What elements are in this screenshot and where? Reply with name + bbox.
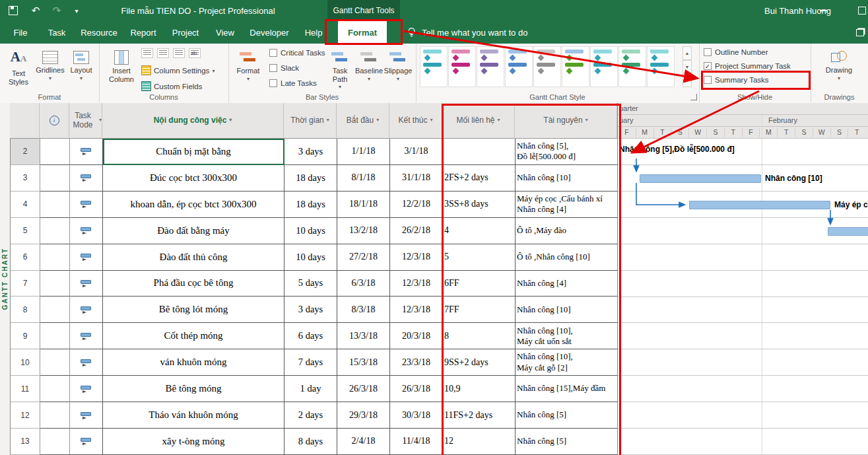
- cell-start[interactable]: 1/1/18: [337, 139, 390, 165]
- cell-name[interactable]: khoan dẫn, ép cọc btct 300x300: [103, 192, 284, 218]
- format-bar-button[interactable]: Format ▾: [232, 46, 264, 96]
- cell-res[interactable]: Nhân công [5]: [516, 429, 618, 455]
- cell-finish[interactable]: 12/3/18: [390, 297, 443, 323]
- cell-finish[interactable]: 26/3/18: [390, 376, 443, 402]
- cell-name[interactable]: xây t-òng móng: [103, 429, 284, 455]
- cell-start[interactable]: 15/3/18: [337, 349, 390, 376]
- document-restore-icon[interactable]: [856, 29, 864, 36]
- cell-pred[interactable]: 11FS+2 days: [443, 402, 516, 429]
- cell-duration[interactable]: 7 days: [284, 349, 337, 376]
- insert-column-button[interactable]: Insert Column: [104, 46, 139, 96]
- cell-info[interactable]: [40, 323, 70, 349]
- cell-res[interactable]: Nhân công [5]: [516, 402, 618, 429]
- cell-start[interactable]: 8/3/18: [337, 297, 390, 323]
- cell-finish[interactable]: 23/3/18: [390, 349, 443, 376]
- header-resources[interactable]: Tài nguyên▾: [515, 103, 617, 139]
- tell-me-box[interactable]: Tell me what you want to do: [407, 21, 527, 44]
- gridlines-button[interactable]: Gridlines ▾: [34, 46, 66, 96]
- custom-fields-button[interactable]: Custom Fields: [141, 81, 203, 91]
- contextual-tab-gantt-chart-tools[interactable]: Gantt Chart Tools: [327, 0, 400, 21]
- cell-id[interactable]: 6: [11, 244, 40, 271]
- checkbox-icon[interactable]: [269, 79, 277, 87]
- align-right-icon[interactable]: [173, 48, 185, 58]
- cell-finish[interactable]: 31/1/18: [390, 165, 443, 192]
- undo-icon[interactable]: ↶: [26, 0, 45, 21]
- checkbox-icon[interactable]: [269, 49, 277, 57]
- gantt-style-tile[interactable]: [562, 46, 589, 87]
- cell-pred[interactable]: 3SS+8 days: [443, 192, 516, 218]
- cell-pred[interactable]: 10,9: [443, 376, 516, 402]
- cell-pred[interactable]: 8: [443, 323, 516, 349]
- wrap-text-icon[interactable]: ab: [189, 48, 201, 58]
- cell-start[interactable]: 26/3/18: [337, 376, 390, 402]
- cell-name[interactable]: ván khuôn móng: [103, 349, 284, 376]
- menu-tab-resource[interactable]: Resource: [78, 21, 120, 44]
- drawing-button[interactable]: Drawing ▾: [822, 46, 855, 96]
- cell-name[interactable]: Bê tông móng: [103, 376, 284, 402]
- cell-name[interactable]: Đúc cọc btct 300x300: [103, 165, 284, 192]
- cell-mode[interactable]: [70, 139, 103, 165]
- gantt-style-tile[interactable]: [618, 46, 646, 87]
- cell-res[interactable]: Nhân công [15],Máy đầm: [516, 376, 618, 402]
- cell-info[interactable]: [40, 349, 70, 376]
- layout-button[interactable]: Layout ▾: [66, 46, 96, 96]
- cell-mode[interactable]: [70, 218, 103, 244]
- cell-res[interactable]: Nhân công [5],Đồ lễ[500.000 đ]: [516, 139, 618, 165]
- cell-duration[interactable]: 3 days: [284, 297, 337, 323]
- cell-id[interactable]: 8: [11, 297, 40, 323]
- checkbox-icon[interactable]: ✓: [704, 62, 712, 70]
- gallery-up-icon[interactable]: ▲: [683, 46, 692, 60]
- save-icon[interactable]: [4, 0, 22, 21]
- cell-name[interactable]: Chuẩn bị mặt bằng: [103, 139, 284, 165]
- cell-duration[interactable]: 10 days: [284, 244, 337, 271]
- header-info[interactable]: i: [40, 103, 69, 139]
- cell-res[interactable]: Nhân công [10]: [516, 165, 618, 192]
- cell-pred[interactable]: 4: [443, 218, 516, 244]
- filter-arrow-icon[interactable]: ▾: [498, 118, 500, 123]
- cell-res[interactable]: Nhân công [10]: [516, 297, 618, 323]
- cell-pred[interactable]: 2FS+2 days: [443, 165, 516, 192]
- gantt-style-tile[interactable]: [647, 46, 675, 87]
- menu-tab-project[interactable]: Project: [166, 21, 205, 44]
- cell-res[interactable]: Nhân công [10],Máy cắt uốn sắt: [516, 323, 618, 349]
- cell-mode[interactable]: [70, 271, 103, 297]
- cell-info[interactable]: [40, 244, 70, 271]
- checkbox-slack[interactable]: Slack: [269, 64, 299, 72]
- cell-name[interactable]: Cốt thép móng: [103, 323, 284, 349]
- align-center-icon[interactable]: [157, 48, 169, 58]
- checkbox-summary-tasks[interactable]: Summary Tasks: [704, 76, 769, 84]
- gantt-style-tile[interactable]: [533, 46, 561, 87]
- gantt-style-tile[interactable]: [505, 46, 533, 87]
- menu-tab-format[interactable]: Format: [338, 21, 387, 44]
- cell-id[interactable]: 7: [11, 271, 40, 297]
- cell-id[interactable]: 12: [11, 402, 40, 429]
- checkbox-icon[interactable]: [704, 48, 712, 56]
- cell-duration[interactable]: 2 days: [284, 402, 337, 429]
- gantt-style-tile[interactable]: [420, 46, 448, 87]
- filter-arrow-icon[interactable]: ▾: [327, 118, 329, 123]
- cell-mode[interactable]: [70, 429, 103, 455]
- checkbox-project-summary-task[interactable]: ✓Project Summary Task: [704, 62, 791, 70]
- cell-id[interactable]: 9: [11, 323, 40, 349]
- cell-info[interactable]: [40, 297, 70, 323]
- cell-info[interactable]: [40, 139, 70, 165]
- filter-arrow-icon[interactable]: ▾: [99, 118, 102, 123]
- cell-start[interactable]: 6/3/18: [337, 271, 390, 297]
- cell-duration[interactable]: 5 days: [284, 271, 337, 297]
- cell-name[interactable]: Phá đầu cọc bê tông: [103, 271, 284, 297]
- cell-res[interactable]: Máy ép cọc ,Cẩu bánh xíNhân công [4]: [516, 192, 618, 218]
- cell-duration[interactable]: 10 days: [284, 218, 337, 244]
- column-settings-button[interactable]: Column Settings ▾: [141, 65, 215, 75]
- cell-mode[interactable]: [70, 192, 103, 218]
- cell-mode[interactable]: [70, 323, 103, 349]
- minimize-icon[interactable]: [820, 10, 828, 11]
- filter-arrow-icon[interactable]: ▾: [376, 118, 379, 123]
- task-path-button[interactable]: Task Path ▾: [326, 46, 354, 96]
- filter-arrow-icon[interactable]: ▾: [585, 118, 588, 123]
- cell-res[interactable]: Ô tô ,Nhân công [10]: [516, 244, 618, 271]
- cell-start[interactable]: 2/4/18: [337, 429, 390, 455]
- cell-name[interactable]: Bê tông lót móng: [103, 297, 284, 323]
- cell-res[interactable]: Ô tô ,Máy đào: [516, 218, 618, 244]
- cell-id[interactable]: 3: [11, 165, 40, 192]
- cell-finish[interactable]: 11/4/18: [390, 429, 443, 455]
